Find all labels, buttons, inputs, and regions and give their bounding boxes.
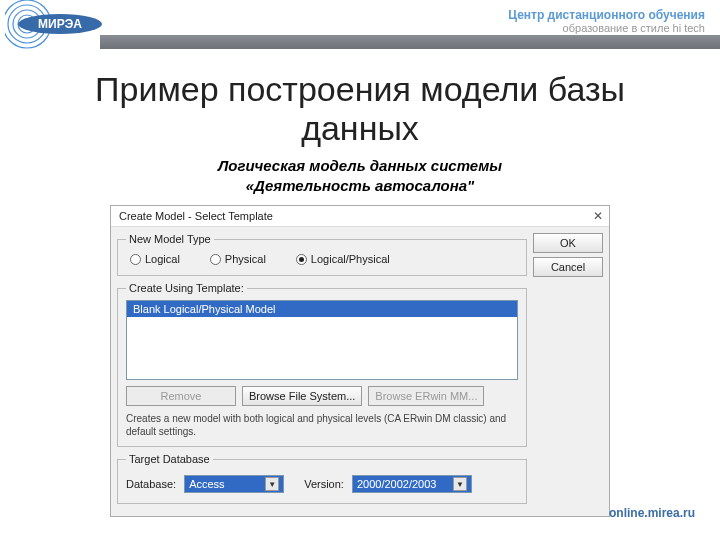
new-model-type-group: New Model Type Logical Physical Logical/… bbox=[117, 233, 527, 276]
svg-text:МИРЭА: МИРЭА bbox=[38, 17, 82, 31]
cancel-button[interactable]: Cancel bbox=[533, 257, 603, 277]
header-bar bbox=[100, 35, 720, 49]
ok-button[interactable]: OK bbox=[533, 233, 603, 253]
slide-subtitle: Логическая модель данных системы «Деятел… bbox=[0, 156, 720, 195]
slide-header: МИРЭА Центр дистанционного обучения обра… bbox=[0, 0, 720, 60]
subtitle-line1: Логическая модель данных системы bbox=[0, 156, 720, 176]
slide-title: Пример построения модели базы данных bbox=[60, 70, 660, 148]
mirea-logo: МИРЭА bbox=[5, 0, 105, 55]
template-list[interactable]: Blank Logical/Physical Model bbox=[126, 300, 518, 380]
target-database-group: Target Database Database: Access ▼ Versi… bbox=[117, 453, 527, 504]
subtitle-line2: «Деятельность автосалона" bbox=[0, 176, 720, 196]
database-select[interactable]: Access ▼ bbox=[184, 475, 284, 493]
footer-url: online.mirea.ru bbox=[609, 506, 695, 520]
chevron-down-icon: ▼ bbox=[265, 477, 279, 491]
remove-button: Remove bbox=[126, 386, 236, 406]
version-select[interactable]: 2000/2002/2003 ▼ bbox=[352, 475, 472, 493]
database-label: Database: bbox=[126, 478, 176, 490]
create-using-template-group: Create Using Template: Blank Logical/Phy… bbox=[117, 282, 527, 447]
browse-file-system-button[interactable]: Browse File System... bbox=[242, 386, 362, 406]
dialog-title-text: Create Model - Select Template bbox=[119, 210, 273, 222]
radio-icon bbox=[210, 254, 221, 265]
radio-logical-physical[interactable]: Logical/Physical bbox=[296, 253, 390, 265]
template-legend: Create Using Template: bbox=[126, 282, 247, 294]
radio-physical[interactable]: Physical bbox=[210, 253, 266, 265]
close-icon[interactable]: ✕ bbox=[593, 209, 603, 223]
radio-icon bbox=[296, 254, 307, 265]
template-description: Creates a new model with both logical an… bbox=[126, 412, 518, 438]
radio-logical[interactable]: Logical bbox=[130, 253, 180, 265]
target-db-legend: Target Database bbox=[126, 453, 213, 465]
new-model-type-legend: New Model Type bbox=[126, 233, 214, 245]
header-text: Центр дистанционного обучения образовани… bbox=[508, 8, 705, 34]
header-subtitle: образование в стиле hi tech bbox=[508, 22, 705, 34]
create-model-dialog: Create Model - Select Template ✕ New Mod… bbox=[110, 205, 610, 517]
template-item-blank[interactable]: Blank Logical/Physical Model bbox=[127, 301, 517, 317]
browse-erwin-mm-button: Browse ERwin MM... bbox=[368, 386, 484, 406]
dialog-titlebar: Create Model - Select Template ✕ bbox=[111, 206, 609, 227]
header-title: Центр дистанционного обучения bbox=[508, 8, 705, 22]
chevron-down-icon: ▼ bbox=[453, 477, 467, 491]
radio-icon bbox=[130, 254, 141, 265]
version-label: Version: bbox=[304, 478, 344, 490]
